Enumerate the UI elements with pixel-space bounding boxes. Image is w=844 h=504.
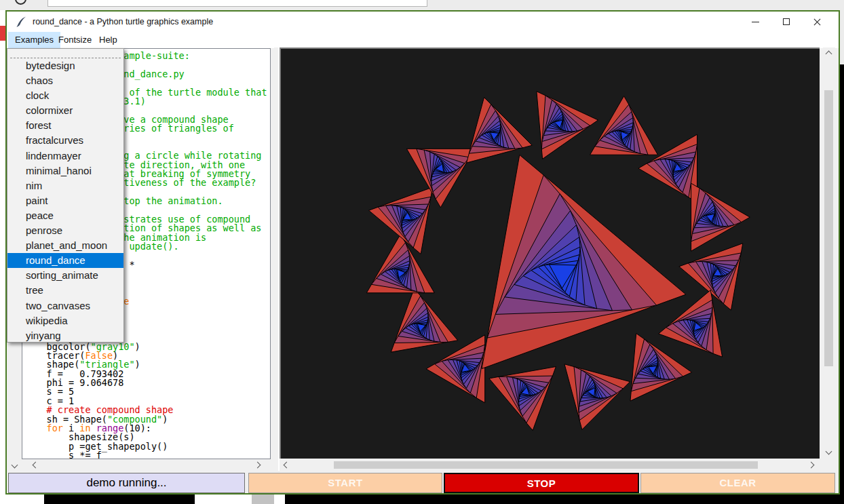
dancer-shape <box>426 335 485 403</box>
dropdown-item-paint[interactable]: paint <box>7 193 123 208</box>
background-console-right <box>840 64 844 504</box>
status-bar: demo running... <box>8 473 245 493</box>
menu-bar: Examples Fontsize Help <box>7 32 839 48</box>
dropdown-item-peace[interactable]: peace <box>7 208 123 223</box>
dancer-shape <box>366 234 434 293</box>
dropdown-item-penrose[interactable]: penrose <box>7 223 123 238</box>
dropdown-item-round_dance[interactable]: round_dance <box>7 253 123 268</box>
stop-button[interactable]: STOP <box>444 473 639 493</box>
dropdown-item-chaos[interactable]: chaos <box>7 73 123 88</box>
window-title: round_dance - a Python turtle graphics e… <box>33 17 213 26</box>
scroll-down-icon[interactable] <box>12 462 18 469</box>
dancer-shape <box>489 367 556 431</box>
background-red-fragment <box>0 26 5 41</box>
pane-divider <box>274 47 280 471</box>
dancer-shape <box>537 92 598 159</box>
dropdown-item-tree[interactable]: tree <box>7 283 123 298</box>
scroll-left-icon[interactable] <box>284 462 290 469</box>
dancer-shape <box>630 334 692 402</box>
scrollbar-corner <box>823 460 835 470</box>
dropdown-item-forest[interactable]: forest <box>7 118 123 133</box>
python-feather-icon <box>15 16 27 28</box>
clear-button[interactable]: CLEAR <box>640 473 835 493</box>
background-address-bar <box>47 0 427 7</box>
menu-help[interactable]: Help <box>92 32 124 48</box>
dropdown-item-planet_and_moon[interactable]: planet_and_moon <box>7 238 123 253</box>
menu-fontsize[interactable]: Fontsize <box>52 32 98 48</box>
dropdown-item-sorting_animate[interactable]: sorting_animate <box>7 268 123 283</box>
dropdown-item-two_canvases[interactable]: two_canvases <box>7 298 123 313</box>
editor-horizontal-scrollbar[interactable] <box>22 460 271 470</box>
start-button[interactable]: START <box>248 473 442 493</box>
maximize-icon <box>783 18 790 25</box>
close-button[interactable] <box>801 12 832 32</box>
dancer-shape <box>391 288 457 352</box>
dropdown-item-lindenmayer[interactable]: lindenmayer <box>7 149 123 163</box>
maximize-button[interactable] <box>771 12 801 32</box>
canvas-hscroll-thumb[interactable] <box>334 461 758 469</box>
title-bar[interactable]: round_dance - a Python turtle graphics e… <box>7 12 839 32</box>
background-console-bottom-right <box>285 495 844 504</box>
dancer-shape <box>467 98 533 163</box>
background-window-strip <box>0 0 844 10</box>
menu-tearoff-handle[interactable] <box>10 49 121 58</box>
dropdown-item-nim[interactable]: nim <box>7 178 123 193</box>
dancer-shape <box>564 364 630 430</box>
background-console-bottom-left <box>44 495 195 504</box>
background-scrollbar-fragment <box>252 495 274 504</box>
dropdown-item-clock[interactable]: clock <box>7 88 123 103</box>
dropdown-item-minimal_hanoi[interactable]: minimal_hanoi <box>7 163 123 178</box>
turtledemo-window: round_dance - a Python turtle graphics e… <box>5 10 840 495</box>
background-browser-icon <box>15 0 26 5</box>
dancer-shape <box>590 96 658 155</box>
scroll-right-icon[interactable] <box>808 462 815 469</box>
dropdown-item-colormixer[interactable]: colormixer <box>7 103 123 118</box>
minimize-icon <box>752 22 759 22</box>
turtle-canvas <box>280 47 820 459</box>
scroll-down-icon[interactable] <box>826 448 832 455</box>
background-right-strip <box>840 0 844 64</box>
code-line: s *= f <box>24 451 267 459</box>
examples-dropdown-menu: bytedesignchaosclockcolormixerforestfrac… <box>7 48 124 343</box>
dropdown-item-bytedesign[interactable]: bytedesign <box>7 58 123 73</box>
turtle-canvas-drawing <box>281 49 818 457</box>
canvas-horizontal-scrollbar[interactable] <box>280 460 820 470</box>
dropdown-item-wikipedia[interactable]: wikipedia <box>7 313 123 328</box>
dancer-shape <box>482 155 686 368</box>
dropdown-item-fractalcurves[interactable]: fractalcurves <box>7 133 123 148</box>
dropdown-item-yinyang[interactable]: yinyang <box>7 328 123 343</box>
scroll-right-icon[interactable] <box>254 462 261 469</box>
canvas-vertical-scrollbar[interactable] <box>823 47 835 459</box>
canvas-vscroll-thumb[interactable] <box>824 90 833 366</box>
dancer-shape <box>691 183 750 251</box>
scroll-left-icon[interactable] <box>33 462 39 469</box>
minimize-button[interactable] <box>740 12 771 32</box>
scroll-up-icon[interactable] <box>826 51 832 58</box>
